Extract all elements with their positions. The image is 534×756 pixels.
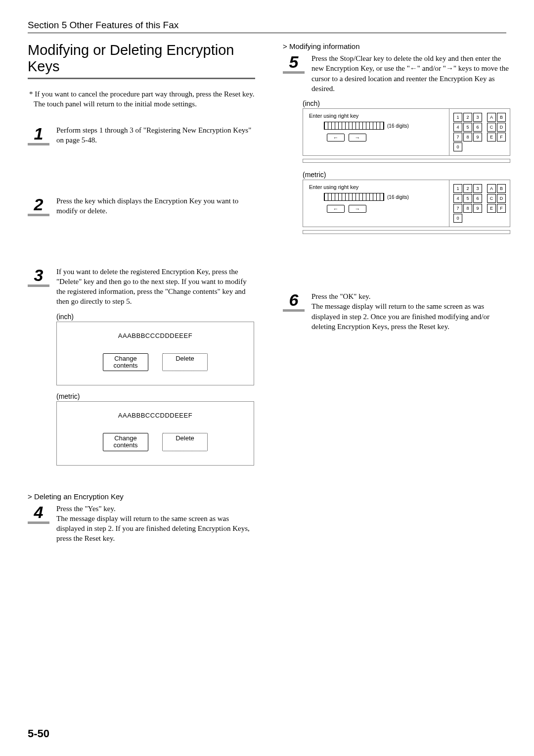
section-header: Section 5 Other Features of this Fax [28, 20, 506, 31]
change-contents-button[interactable]: Change contents [103, 353, 148, 372]
panel-code-metric: AAABBBCCCDDDEEEF [72, 412, 239, 419]
key-b[interactable]: B [497, 113, 506, 122]
step3-panel-metric: AAABBBCCCDDDEEEF Change contents Delete [56, 401, 254, 466]
step-6: 6 Press the "OK" key. The message displa… [283, 291, 510, 331]
unit-metric-label: (metric) [56, 392, 255, 400]
page-title: Modifying or Deleting Encryption Keys [28, 42, 255, 75]
key-4[interactable]: 4 [453, 194, 462, 203]
digits-label: (16 digits) [387, 194, 409, 200]
key-1[interactable]: 1 [453, 113, 462, 122]
key-0[interactable]: 0 [453, 214, 462, 223]
key-b[interactable]: B [497, 184, 506, 193]
page-number: 5-50 [28, 727, 49, 740]
modifying-subhead: > Modifying information [283, 42, 510, 50]
encryption-key-input[interactable] [324, 193, 384, 201]
cursor-right-button[interactable]: → [349, 205, 366, 213]
step-underline [28, 284, 49, 287]
right-column: > Modifying information 5 Press the Stop… [283, 42, 510, 560]
key-9[interactable]: 9 [473, 204, 482, 213]
key-6[interactable]: 6 [473, 123, 482, 132]
key-c[interactable]: C [487, 194, 496, 203]
key-2[interactable]: 2 [463, 113, 472, 122]
unit-inch-label-r: (inch) [303, 99, 510, 107]
key-d[interactable]: D [497, 123, 506, 132]
encryption-key-input[interactable] [324, 122, 384, 130]
key-3[interactable]: 3 [473, 184, 482, 193]
unit-inch-label: (inch) [56, 313, 255, 321]
title-rule [28, 78, 255, 79]
step-4-text: Press the "Yes" key. The message display… [56, 504, 255, 544]
deleting-subhead: > Deleting an Encryption Key [28, 492, 255, 501]
panel-code-inch: AAABBBCCCDDDEEEF [72, 332, 239, 339]
step-5: 5 Press the Stop/Clear key to delete the… [283, 53, 510, 94]
hex-keypad: 1 2 3 A B 4 5 6 C D 7 [449, 109, 510, 155]
key-e[interactable]: E [487, 204, 496, 213]
key-2[interactable]: 2 [463, 184, 472, 193]
two-column-layout: Modifying or Deleting Encryption Keys * … [28, 42, 506, 560]
hex-keypad: 1 2 3 A B 4 5 6 C D 7 [449, 180, 510, 227]
key-4[interactable]: 4 [453, 123, 462, 132]
key-c[interactable]: C [487, 123, 496, 132]
digits-label: (16 digits) [387, 123, 409, 129]
step-1-text: Perform steps 1 through 3 of "Registerin… [56, 125, 255, 145]
cursor-left-button[interactable]: ← [327, 134, 345, 142]
step-number-2: 2 [28, 196, 49, 213]
step-underline [28, 143, 49, 145]
panel-footer-bar [303, 230, 510, 234]
key-9[interactable]: 9 [473, 133, 482, 142]
key-7[interactable]: 7 [453, 133, 462, 142]
delete-button[interactable]: Delete [162, 433, 208, 451]
key-a[interactable]: A [487, 184, 496, 193]
step-number-1: 1 [28, 125, 49, 142]
key-f[interactable]: F [497, 133, 506, 142]
change-contents-button[interactable]: Change contents [103, 433, 148, 451]
cancel-note: * If you want to cancel the procedure pa… [28, 89, 255, 109]
key-1[interactable]: 1 [453, 184, 462, 193]
key-a[interactable]: A [487, 113, 496, 122]
step-2-text: Press the key which displays the Encrypt… [56, 196, 255, 216]
key-8[interactable]: 8 [463, 204, 472, 213]
keypad-prompt: Enter using right key [309, 184, 444, 190]
step-6-text: Press the "OK" key. The message display … [312, 291, 510, 331]
step-2: 2 Press the key which displays the Encry… [28, 196, 255, 216]
step-underline [28, 521, 49, 524]
key-0[interactable]: 0 [453, 142, 462, 151]
unit-metric-label-r: (metric) [303, 171, 510, 179]
step-number-5: 5 [283, 53, 305, 70]
delete-button[interactable]: Delete [162, 353, 208, 372]
step-5-text: Press the Stop/Clear key to delete the o… [312, 53, 510, 94]
keypad-panel-inch: Enter using right key (16 digits) ← → 1 [303, 108, 510, 156]
left-column: Modifying or Deleting Encryption Keys * … [28, 42, 255, 560]
section-rule [28, 33, 506, 33]
key-d[interactable]: D [497, 194, 506, 203]
key-7[interactable]: 7 [453, 204, 462, 213]
step-3-text: If you want to delete the registered Enc… [56, 267, 255, 307]
keypad-panel-metric: Enter using right key (16 digits) ← → 1 [303, 180, 510, 227]
step-number-4: 4 [28, 504, 49, 520]
keypad-prompt: Enter using right key [309, 113, 444, 119]
key-6[interactable]: 6 [473, 194, 482, 203]
step-3: 3 If you want to delete the registered E… [28, 267, 255, 307]
step-underline [28, 214, 49, 216]
step-underline [283, 71, 305, 74]
step3-panel-inch: AAABBBCCCDDDEEEF Change contents Delete [56, 322, 254, 386]
key-f[interactable]: F [497, 204, 506, 213]
key-8[interactable]: 8 [463, 133, 472, 142]
key-3[interactable]: 3 [473, 113, 482, 122]
panel-footer-bar [303, 159, 510, 163]
step-number-6: 6 [283, 291, 305, 308]
step-underline [283, 309, 305, 312]
step-4: 4 Press the "Yes" key. The message displ… [28, 504, 255, 544]
key-5[interactable]: 5 [463, 123, 472, 132]
key-5[interactable]: 5 [463, 194, 472, 203]
cursor-left-button[interactable]: ← [327, 205, 345, 213]
step-number-3: 3 [28, 267, 49, 284]
key-e[interactable]: E [487, 133, 496, 142]
cursor-right-button[interactable]: → [349, 134, 366, 142]
step-1: 1 Perform steps 1 through 3 of "Register… [28, 125, 255, 145]
